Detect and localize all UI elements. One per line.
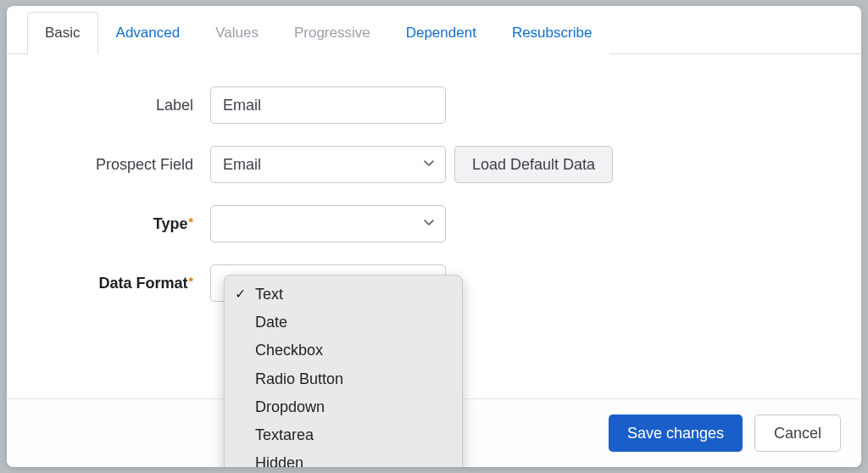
- prospect-field-select[interactable]: Email: [210, 146, 446, 183]
- dropdown-option-checkbox[interactable]: Checkbox: [225, 337, 462, 364]
- form-body: Label Prospect Field Email Load Default …: [7, 54, 861, 398]
- save-button[interactable]: Save changes: [609, 415, 743, 452]
- dropdown-option-date[interactable]: Date: [225, 309, 462, 337]
- type-select[interactable]: [210, 205, 446, 242]
- dropdown-option-label: Textarea: [255, 426, 314, 443]
- tab-dependent[interactable]: Dependent: [388, 12, 494, 54]
- label-type: Type*: [41, 215, 210, 233]
- load-default-button[interactable]: Load Default Data: [454, 146, 613, 183]
- row-prospect-field: Prospect Field Email Load Default Data: [41, 146, 827, 183]
- tab-progressive[interactable]: Progressive: [276, 12, 388, 54]
- tab-advanced[interactable]: Advanced: [98, 12, 198, 54]
- row-type: Type*: [41, 205, 827, 242]
- prospect-field-value: Email: [223, 156, 261, 174]
- dropdown-option-label: Checkbox: [255, 342, 323, 359]
- form-field-modal: Basic Advanced Values Progressive Depend…: [7, 6, 861, 467]
- tab-basic[interactable]: Basic: [27, 12, 98, 54]
- dropdown-option-label: Hidden: [255, 454, 303, 467]
- label-prospect-field: Prospect Field: [41, 156, 210, 174]
- check-icon: ✓: [235, 285, 246, 303]
- dropdown-option-label: Date: [255, 314, 287, 331]
- dropdown-option-dropdown[interactable]: Dropdown: [225, 393, 462, 421]
- label-data-format: Data Format*: [41, 275, 210, 292]
- dropdown-option-label: Dropdown: [255, 398, 325, 415]
- dropdown-option-radio-button[interactable]: Radio Button: [225, 365, 462, 393]
- dropdown-option-text[interactable]: ✓ Text: [225, 281, 462, 309]
- cancel-button[interactable]: Cancel: [754, 415, 841, 452]
- label-label: Label: [41, 97, 210, 114]
- tab-resubscribe[interactable]: Resubscribe: [494, 12, 610, 54]
- dropdown-option-label: Text: [255, 286, 283, 303]
- type-dropdown-menu: ✓ Text Date Checkbox Radio Button Dropdo…: [224, 275, 463, 467]
- dropdown-option-label: Radio Button: [255, 370, 343, 387]
- required-star-icon: *: [189, 215, 193, 229]
- tab-values[interactable]: Values: [198, 12, 276, 54]
- row-label: Label: [41, 86, 827, 124]
- tabs-bar: Basic Advanced Values Progressive Depend…: [7, 11, 861, 54]
- dropdown-option-textarea[interactable]: Textarea: [225, 421, 462, 449]
- dropdown-option-hidden[interactable]: Hidden: [225, 449, 462, 467]
- label-input[interactable]: [210, 86, 446, 124]
- required-star-icon: *: [189, 275, 193, 288]
